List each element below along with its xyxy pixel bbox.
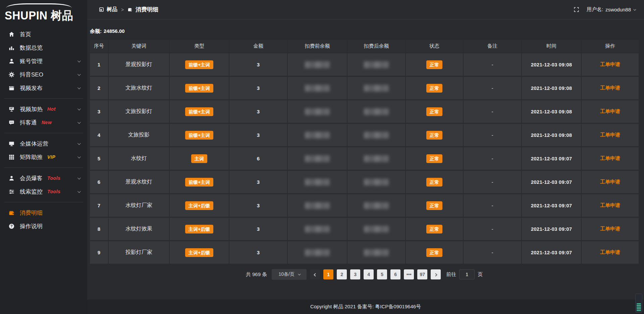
work-order-link[interactable]: 工单申请: [600, 61, 620, 68]
sidebar-item-douyin-seo[interactable]: 抖音SEO: [0, 68, 87, 81]
cell-balance-after: [347, 241, 405, 264]
cell-balance-after: [347, 194, 405, 217]
work-order-link[interactable]: 工单申请: [600, 202, 620, 209]
cell-status: 正常: [406, 194, 463, 217]
cell-time: 2021-12-03 09:07: [522, 194, 581, 217]
cell-amount: 3: [229, 124, 287, 146]
page-ellipsis-button[interactable]: •••: [404, 269, 414, 279]
main-area: 树品 > 消费明细 用户名: zswodun88 余额:24856.00 序号关…: [87, 0, 644, 314]
table-header-cell: 类型: [170, 40, 229, 52]
sidebar-item-lead-monitor[interactable]: 线索监控 Tools: [0, 185, 87, 198]
page-size-select[interactable]: 10条/页: [272, 269, 307, 280]
cell-type: 前缀+主词: [170, 100, 229, 123]
work-order-link[interactable]: 工单申请: [600, 155, 620, 162]
cell-index: 1: [90, 53, 108, 76]
table-row: 7 水纹灯厂家 主词+后缀 3 正常 - 2021-12-03 09:07 工单…: [90, 194, 639, 217]
cell-status: 正常: [406, 147, 463, 170]
censored-balance-after: [364, 85, 389, 92]
page-button-6[interactable]: 6: [390, 269, 400, 279]
new-badge: New: [42, 120, 52, 125]
work-order-link[interactable]: 工单申请: [600, 85, 620, 91]
balance-value: 24856.00: [104, 28, 125, 34]
work-order-link[interactable]: 工单申请: [600, 226, 620, 232]
sidebar-item-video-publish[interactable]: 视频发布: [0, 81, 87, 95]
censored-balance-before: [305, 202, 330, 209]
cell-time: 2021-12-03 09:07: [522, 171, 581, 193]
goto-page: 前往 页: [446, 269, 483, 279]
cell-time: 2021-12-03 09:07: [522, 147, 581, 170]
page-button-3[interactable]: 3: [350, 269, 360, 279]
goto-page-input[interactable]: [459, 269, 475, 279]
cell-type: 主词: [170, 147, 229, 170]
cell-amount: 3: [229, 241, 287, 264]
chevron-down-icon: [77, 155, 81, 158]
cell-keyword: 水纹灯效果: [109, 218, 169, 240]
cell-index: 4: [90, 124, 108, 146]
censored-balance-after: [364, 249, 389, 256]
top-header: 树品 > 消费明细 用户名: zswodun88: [87, 0, 644, 19]
tools-badge: Tools: [47, 175, 60, 181]
sidebar-menu: 首页 数据总览 账号管理 抖音SEO 视频发布: [0, 28, 87, 233]
cell-index: 8: [90, 218, 108, 240]
page-button-2[interactable]: 2: [337, 269, 347, 279]
wallet-small-icon: [127, 7, 132, 12]
type-tag: 主词+后缀: [185, 225, 213, 233]
cell-balance-after: [347, 100, 405, 123]
cell-status: 正常: [406, 124, 463, 146]
sidebar-item-home[interactable]: 首页: [0, 28, 87, 41]
cell-remark: -: [464, 124, 521, 146]
sidebar-item-data-overview[interactable]: 数据总览: [0, 41, 87, 54]
page-size-value: 10条/页: [278, 271, 294, 277]
cell-balance-before: [288, 171, 347, 193]
table-row: 2 文旅水纹灯 前缀+主词 3 正常 - 2021-12-03 09:08 工单…: [90, 77, 639, 99]
cell-action: 工单申请: [582, 100, 639, 123]
table-header-cell: 序号: [90, 40, 108, 52]
sidebar-item-matrix-boost[interactable]: 矩阵助推 VIP: [0, 150, 87, 164]
cell-balance-after: [347, 53, 405, 76]
page-button-1[interactable]: 1: [323, 269, 333, 279]
censored-balance-after: [364, 202, 389, 209]
sidebar-item-account[interactable]: 账号管理: [0, 54, 87, 68]
chat-bubble-icon: [8, 119, 15, 126]
table-row: 4 文旅投影 前缀+主词 3 正常 - 2021-12-03 09:08 工单申…: [90, 124, 639, 146]
cell-balance-before: [288, 124, 347, 146]
next-page-button[interactable]: [431, 269, 441, 279]
sidebar-item-doukettong[interactable]: 抖客通 New: [0, 116, 87, 129]
user-menu[interactable]: 用户名: zswodun88: [587, 6, 635, 13]
chevron-down-icon: [77, 120, 81, 124]
censored-balance-after: [364, 61, 389, 68]
cell-index: 2: [90, 77, 108, 99]
page-button-5[interactable]: 5: [377, 269, 387, 279]
sidebar-item-all-media[interactable]: 全媒体运营: [0, 137, 87, 150]
work-order-link[interactable]: 工单申请: [600, 108, 620, 115]
table-row: 1 景观投影灯 前缀+主词 3 正常 - 2021-12-03 09:08 工单…: [90, 53, 639, 76]
type-tag: 前缀+主词: [185, 60, 213, 69]
censored-balance-before: [305, 226, 330, 232]
fullscreen-icon[interactable]: [574, 7, 579, 12]
cell-remark: -: [464, 100, 521, 123]
sidebar-item-label: 全媒体运营: [20, 140, 48, 148]
table-row: 5 水纹灯 主词 6 正常 - 2021-12-03 09:07 工单申请: [90, 147, 639, 170]
cell-amount: 3: [229, 171, 287, 193]
sidebar-item-consumption-detail[interactable]: 消费明细: [0, 206, 87, 219]
breadcrumb-home[interactable]: 树品: [107, 6, 117, 13]
chevron-down-icon: [77, 59, 81, 62]
sidebar-item-video-heat[interactable]: 视频加热 Hot: [0, 102, 87, 116]
status-badge: 正常: [426, 60, 442, 69]
cell-action: 工单申请: [582, 194, 639, 217]
sidebar-item-label: 消费明细: [20, 209, 43, 217]
sidebar-item-instructions[interactable]: ? 操作说明: [0, 219, 87, 233]
prev-page-button[interactable]: [310, 269, 320, 279]
home-icon: [8, 31, 15, 38]
sidebar-item-member-burst[interactable]: 会员爆客 Tools: [0, 171, 87, 185]
page-button-97[interactable]: 97: [417, 269, 427, 279]
table-header-cell: 状态: [406, 40, 463, 52]
chevron-right-icon: [434, 273, 437, 276]
page-button-4[interactable]: 4: [364, 269, 374, 279]
work-order-link[interactable]: 工单申请: [600, 132, 620, 138]
question-circle-icon: ?: [8, 223, 15, 229]
work-order-link[interactable]: 工单申请: [600, 179, 620, 185]
cell-balance-after: [347, 124, 405, 146]
work-order-link[interactable]: 工单申请: [600, 249, 620, 256]
table-row: 9 投影灯厂家 主词+后缀 3 正常 - 2021-12-03 09:07 工单…: [90, 241, 639, 264]
